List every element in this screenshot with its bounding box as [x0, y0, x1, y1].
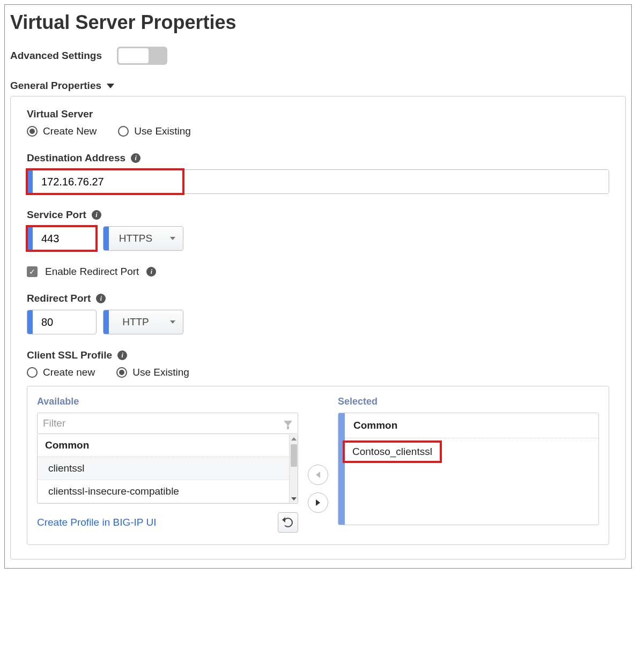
- service-port-input[interactable]: [33, 227, 92, 250]
- arrow-left-icon: [316, 472, 320, 478]
- ssl-use-existing-radio[interactable]: Use Existing: [116, 367, 189, 378]
- toggle-knob: [119, 48, 149, 63]
- destination-address-input-wrap: [27, 169, 609, 194]
- move-left-button[interactable]: [308, 465, 328, 485]
- info-icon[interactable]: i: [146, 267, 156, 277]
- create-profile-link[interactable]: Create Profile in BIG-IP UI: [37, 517, 156, 528]
- info-icon[interactable]: i: [92, 210, 101, 220]
- virtual-server-create-new-radio[interactable]: Create New: [27, 125, 97, 137]
- destination-address-label: Destination Address: [27, 152, 125, 164]
- radio-icon: [118, 126, 129, 137]
- radio-label: Create New: [43, 125, 97, 137]
- scroll-up-icon[interactable]: [290, 435, 298, 443]
- selected-item[interactable]: Contoso_clientssl: [352, 446, 432, 457]
- select-value: HTTP: [114, 316, 165, 328]
- selected-listbox: Common Contoso_clientssl: [338, 413, 599, 525]
- select-value: HTTPS: [110, 233, 168, 244]
- redirect-port-input-wrap: [27, 310, 97, 334]
- blue-bar: [27, 310, 33, 334]
- refresh-button[interactable]: [278, 512, 298, 533]
- available-listbox: Common clientssl clientssl-insecure-comp…: [37, 434, 298, 504]
- destination-address-input[interactable]: [33, 170, 609, 193]
- available-title: Available: [37, 396, 298, 407]
- advanced-settings-label: Advanced Settings: [10, 50, 102, 62]
- filter-icon: [284, 421, 292, 426]
- enable-redirect-port-checkbox[interactable]: [27, 266, 38, 277]
- general-properties-panel: Virtual Server Create New Use Existing D…: [10, 96, 626, 559]
- blue-bar: [103, 310, 109, 334]
- radio-label: Create new: [43, 367, 95, 378]
- ssl-create-new-radio[interactable]: Create new: [27, 367, 95, 378]
- move-right-button[interactable]: [308, 492, 328, 513]
- blue-bar: [338, 413, 345, 525]
- radio-icon: [27, 126, 38, 137]
- service-port-protocol-select[interactable]: HTTPS: [103, 226, 183, 251]
- scrollbar[interactable]: [289, 435, 298, 503]
- available-filter-input[interactable]: Filter: [37, 413, 298, 434]
- info-icon[interactable]: i: [96, 294, 106, 303]
- available-item[interactable]: clientssl-insecure-compatible: [38, 480, 298, 503]
- selected-group-header: Common: [345, 413, 598, 438]
- advanced-settings-toggle[interactable]: [117, 47, 167, 65]
- radio-label: Use Existing: [134, 125, 191, 137]
- virtual-server-use-existing-radio[interactable]: Use Existing: [118, 125, 191, 137]
- available-item[interactable]: clientssl: [38, 457, 298, 480]
- general-properties-header[interactable]: General Properties: [10, 80, 626, 92]
- scroll-down-icon[interactable]: [290, 495, 298, 503]
- blue-bar: [27, 170, 33, 193]
- virtual-server-label: Virtual Server: [27, 108, 93, 120]
- client-ssl-profile-label: Client SSL Profile: [27, 349, 112, 361]
- scroll-thumb[interactable]: [291, 444, 297, 467]
- service-port-label: Service Port: [27, 209, 86, 221]
- selected-title: Selected: [338, 396, 599, 407]
- page-title: Virtual Server Properties: [10, 11, 626, 34]
- general-properties-title: General Properties: [10, 80, 101, 92]
- available-group-header: Common: [38, 434, 298, 457]
- filter-placeholder: Filter: [43, 417, 65, 429]
- info-icon[interactable]: i: [131, 153, 140, 163]
- chevron-down-icon: [170, 320, 175, 324]
- redirect-port-protocol-select[interactable]: HTTP: [103, 310, 183, 334]
- info-icon[interactable]: i: [117, 350, 127, 360]
- service-port-input-wrap: [27, 226, 97, 251]
- redirect-port-input[interactable]: [33, 310, 92, 334]
- arrow-right-icon: [316, 499, 320, 506]
- chevron-down-icon: [170, 237, 175, 240]
- radio-icon: [27, 367, 38, 378]
- ssl-profile-dual-list: Available Filter Common clientssl client…: [27, 386, 609, 545]
- refresh-icon: [283, 518, 293, 527]
- blue-bar: [103, 227, 109, 250]
- radio-label: Use Existing: [132, 367, 189, 378]
- highlight-box: Contoso_clientssl: [343, 440, 442, 463]
- radio-icon: [116, 367, 127, 378]
- enable-redirect-port-label: Enable Redirect Port: [45, 266, 139, 278]
- chevron-down-icon: [107, 84, 114, 88]
- blue-bar: [27, 227, 33, 250]
- redirect-port-label: Redirect Port: [27, 293, 91, 304]
